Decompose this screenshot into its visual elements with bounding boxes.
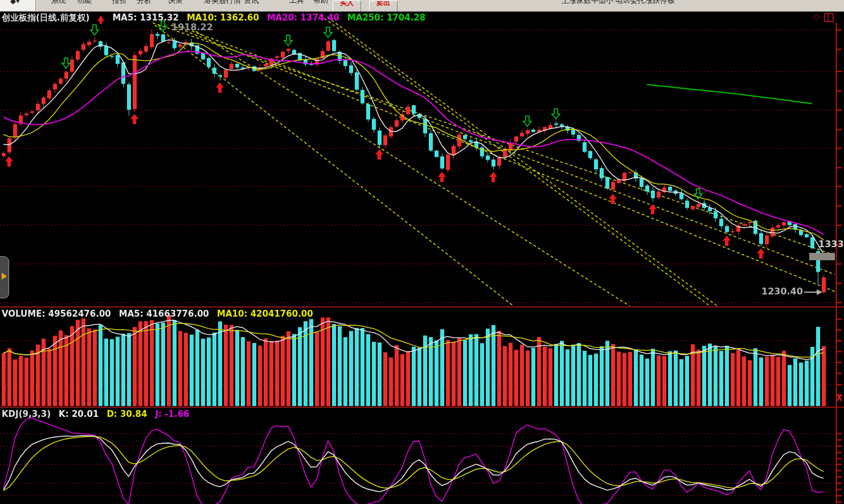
main-chart-header: 创业板指(日线.前复权) MA5: 1315.32MA10: 1362.60MA… (2, 13, 425, 23)
menu-item[interactable]: 功能 (77, 0, 92, 6)
indicator-value: MA250: 1704.28 (347, 13, 425, 23)
menu-item[interactable]: 港美股行情 (204, 0, 241, 6)
menu-item[interactable]: 帮助 (313, 0, 328, 6)
close-pane-icon[interactable]: X (836, 393, 843, 403)
indicator-value: J: -1.66 (155, 409, 190, 419)
app-logo[interactable]: ◆▾ (0, 0, 36, 11)
menu-item[interactable]: 决策 (168, 0, 183, 6)
indicator-value: MA5: 1315.32 (112, 13, 179, 23)
indicator-value: VOLUME: 49562476.00 (2, 309, 111, 319)
menu-item[interactable]: 分析 (137, 0, 151, 6)
menu-item[interactable]: 资讯 (244, 0, 259, 6)
menu-item[interactable]: 报价 (112, 0, 127, 6)
indicator-value: MA5: 41663776.00 (119, 309, 209, 319)
sidebar-expand-tab[interactable] (0, 256, 9, 298)
menu-item[interactable]: 工具 (289, 0, 304, 6)
indicator-value: MA10: 1362.60 (187, 13, 259, 23)
trend-up-icon (97, 12, 104, 21)
indicator-value: K: 20.01 (59, 409, 99, 419)
volume-header: VOLUME: 49562476.00MA5: 41663776.00MA10:… (2, 309, 313, 319)
indicator-value: D: 30.84 (106, 409, 147, 419)
topbar-button[interactable]: 买入 (333, 1, 361, 12)
split-window-icon[interactable] (824, 13, 834, 22)
topbar-status-text: 涨跌停板 (645, 0, 675, 6)
indicator-value: MA10: 42041760.00 (217, 309, 313, 319)
instrument-title: 创业板指(日线.前复权) (2, 13, 89, 23)
axis-price-tag (809, 253, 835, 260)
diamond-tool-icon[interactable]: ◇ (813, 11, 820, 22)
application-window: ◆▾ 系统功能报价分析决策港美股行情资讯工具帮助 买入卖出 上涨家数中型小 电话… (0, 0, 844, 504)
chart-area-canvas[interactable] (0, 11, 844, 504)
kdj-header: KDJ(9,3,3)K: 20.01D: 30.84J: -1.66 (2, 409, 190, 419)
indicator-value: KDJ(9,3,3) (2, 409, 51, 419)
menu-item[interactable]: 系统 (51, 0, 66, 6)
topbar-status-text: 上涨家数中型小 电话委托 (562, 0, 645, 6)
menu-bar: ◆▾ 系统功能报价分析决策港美股行情资讯工具帮助 买入卖出 上涨家数中型小 电话… (0, 0, 844, 12)
logo-glyph: ◆▾ (10, 0, 20, 5)
topbar-button[interactable]: 卖出 (369, 1, 398, 12)
indicator-value: MA20: 1374.40 (267, 13, 339, 23)
expand-arrow-icon (2, 273, 10, 280)
